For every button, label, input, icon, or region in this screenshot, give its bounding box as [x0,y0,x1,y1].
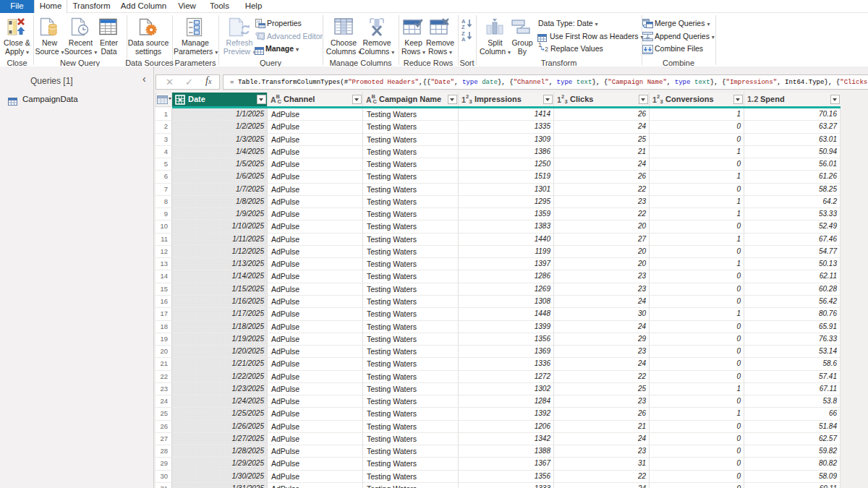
svg-text:Z: Z [461,24,465,30]
svg-text:A: A [461,36,466,42]
